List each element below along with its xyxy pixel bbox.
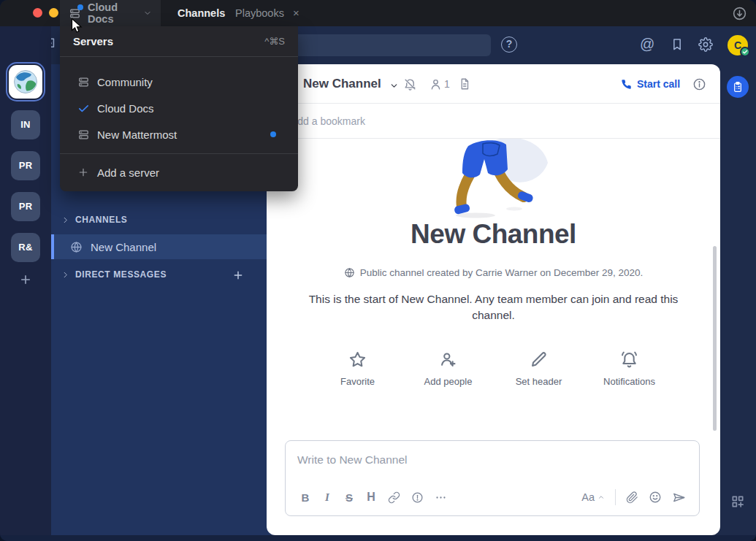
message-composer[interactable]: Write to New Channel B I S H Aa xyxy=(285,440,700,516)
check-icon xyxy=(77,102,90,115)
team-avatar[interactable]: IN xyxy=(11,110,40,139)
person-plus-icon xyxy=(417,350,480,369)
help-icon[interactable]: ? xyxy=(501,37,517,53)
globe-icon xyxy=(70,241,83,253)
channel-intro-actions: Favorite Add people Set header Notificat… xyxy=(267,350,720,387)
globe-icon xyxy=(344,267,355,278)
plus-icon xyxy=(77,166,90,178)
team-avatar[interactable]: R& xyxy=(11,233,40,262)
formatting-toggle-button[interactable]: Aa xyxy=(576,491,611,503)
saved-posts-icon[interactable] xyxy=(670,37,684,52)
selected-channel-indicator xyxy=(51,234,54,259)
server-stack-icon xyxy=(77,76,90,88)
add-team-button[interactable] xyxy=(19,273,32,286)
emoji-icon[interactable] xyxy=(644,487,667,507)
strikethrough-button[interactable]: S xyxy=(338,487,360,507)
add-people-button[interactable]: Add people xyxy=(417,350,480,387)
pencil-icon xyxy=(508,350,570,369)
team-avatar-selected[interactable] xyxy=(9,65,42,99)
channel-intro-illustration xyxy=(432,139,556,220)
team-avatar[interactable]: PR xyxy=(11,192,40,221)
priority-icon[interactable] xyxy=(405,487,429,507)
italic-button[interactable]: I xyxy=(316,487,338,507)
sidebar-item-new-channel[interactable]: New Channel xyxy=(51,234,267,259)
channel-intro-heading: New Channel xyxy=(267,219,720,250)
bell-icon xyxy=(598,350,661,369)
window-bottom-edge xyxy=(0,535,756,541)
start-call-button[interactable]: Start call xyxy=(621,64,680,104)
chevron-right-icon xyxy=(61,216,69,224)
menu-item-new-mattermost[interactable]: New Mattermost xyxy=(60,121,298,147)
member-count[interactable]: 1 xyxy=(444,64,450,104)
channel-header: New Channel 1 Start call xyxy=(267,64,720,104)
composer-toolbar: B I S H Aa xyxy=(294,486,690,508)
tab-channels[interactable]: Channels xyxy=(177,0,225,26)
globe-earth-image xyxy=(12,69,39,95)
channel-title[interactable]: New Channel xyxy=(303,64,381,104)
server-menu-shortcut: ^⌘S xyxy=(264,26,285,57)
heading-button[interactable]: H xyxy=(360,487,382,507)
channel-view: New Channel 1 Start call xyxy=(267,64,720,535)
direct-messages-section-header[interactable]: DIRECT MESSAGES xyxy=(61,269,167,280)
app-window: Cloud Docs Channels Playbooks× ? @ C xyxy=(0,0,756,541)
channel-intro: New Channel Public channel created by Ca… xyxy=(267,139,720,387)
close-tab-icon[interactable]: × xyxy=(293,7,299,19)
channel-info-icon[interactable] xyxy=(692,77,706,91)
add-server-button[interactable]: Add a server xyxy=(60,159,298,185)
scrollbar-thumb[interactable] xyxy=(713,246,717,431)
attachment-paperclip-icon[interactable] xyxy=(620,487,644,507)
team-avatar[interactable]: PR xyxy=(11,151,40,180)
pinned-files-icon[interactable] xyxy=(458,77,471,91)
members-icon[interactable] xyxy=(429,77,443,91)
recent-mentions-icon[interactable]: @ xyxy=(640,36,654,53)
link-icon[interactable] xyxy=(382,487,405,507)
set-header-button[interactable]: Set header xyxy=(508,350,570,387)
server-tab-label: Cloud Docs xyxy=(88,1,137,25)
phone-icon xyxy=(621,79,632,90)
server-menu-header: Servers ^⌘S xyxy=(60,26,298,57)
server-stack-icon xyxy=(77,128,90,141)
traffic-light-close-button[interactable] xyxy=(33,8,42,18)
menu-item-community[interactable]: Community xyxy=(60,69,298,95)
toolbar-divider xyxy=(615,489,616,505)
channel-created-meta: Public channel created by Carrie Warner … xyxy=(267,267,720,278)
titlebar: Cloud Docs Channels Playbooks× xyxy=(0,0,756,26)
add-bookmark-label: Add a bookmark xyxy=(291,104,365,139)
server-unread-dot xyxy=(270,131,276,137)
add-direct-message-button[interactable] xyxy=(232,269,244,281)
mouse-cursor xyxy=(71,18,83,37)
chevron-up-icon xyxy=(597,494,605,501)
channel-intro-text: This is the start of New Channel. Any te… xyxy=(294,291,692,323)
traffic-light-minimize-button[interactable] xyxy=(49,8,58,18)
chevron-right-icon xyxy=(61,271,69,279)
online-status-badge xyxy=(740,47,750,57)
favorite-button[interactable]: Favorite xyxy=(327,350,389,387)
menu-divider xyxy=(60,153,298,154)
more-options-icon[interactable] xyxy=(429,487,452,507)
star-icon xyxy=(327,350,389,369)
clipboard-icon xyxy=(732,81,744,93)
download-update-icon[interactable] xyxy=(732,6,747,21)
send-icon[interactable] xyxy=(667,487,690,507)
chevron-down-icon[interactable] xyxy=(389,81,399,91)
menu-item-cloud-docs[interactable]: Cloud Docs xyxy=(60,95,298,121)
tab-playbooks[interactable]: Playbooks× xyxy=(235,0,299,26)
add-apps-icon[interactable] xyxy=(730,494,745,509)
channels-section-header[interactable]: CHANNELS xyxy=(61,215,127,225)
settings-gear-icon[interactable] xyxy=(698,37,713,52)
bold-button[interactable]: B xyxy=(294,487,316,507)
playbooks-app-button[interactable] xyxy=(727,76,749,98)
composer-placeholder: Write to New Channel xyxy=(297,453,407,467)
server-dropdown-menu: Servers ^⌘S Community Cloud Docs New Mat… xyxy=(60,26,298,191)
muted-bell-icon[interactable] xyxy=(403,77,417,91)
server-unread-dot xyxy=(77,4,83,10)
chevron-down-icon xyxy=(143,9,152,18)
notifications-button[interactable]: Notifications xyxy=(598,350,661,387)
channel-name: New Channel xyxy=(91,241,156,253)
bookmark-bar[interactable]: Add a bookmark xyxy=(267,104,720,139)
